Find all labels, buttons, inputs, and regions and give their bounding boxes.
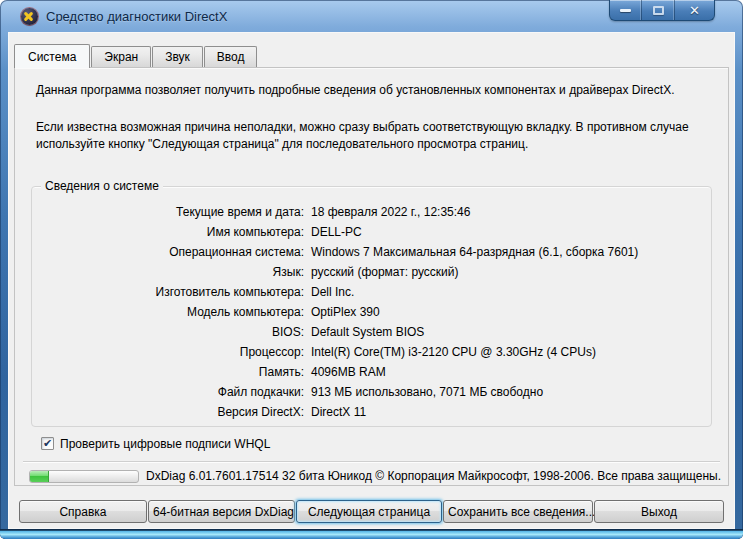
info-label: Версия DirectX: [32, 402, 304, 422]
info-row-datetime: Текущие время и дата: 18 февраля 2022 г.… [32, 202, 711, 222]
info-value: Default System BIOS [311, 322, 424, 342]
info-value: русский (формат: русский) [311, 262, 459, 282]
help-button[interactable]: Справка [19, 500, 147, 523]
info-label: Файл подкачки: [32, 382, 304, 402]
info-value: 4096MB RAM [311, 362, 386, 382]
scan-progress-fill [30, 471, 49, 482]
info-row-manufacturer: Изготовитель компьютера: Dell Inc. [32, 282, 711, 302]
tab-system[interactable]: Система [14, 44, 90, 68]
save-all-information-button[interactable]: Сохранить все сведения... [443, 500, 593, 523]
info-value: OptiPlex 390 [311, 302, 380, 322]
run-64bit-dxdiag-button[interactable]: 64-битная версия DxDiag [148, 500, 295, 523]
intro-paragraph-2: Если известна возможная причина неполадк… [36, 119, 707, 153]
info-row-memory: Память: 4096MB RAM [32, 362, 711, 382]
info-label: Память: [32, 362, 304, 382]
tab-strip: Система Экран Звук Ввод [8, 44, 735, 67]
whql-checkbox-label: Проверить цифровые подписи WHQL [60, 437, 270, 451]
version-copyright-text: DxDiag 6.01.7601.17514 32 бита Юникод © … [139, 469, 721, 483]
info-value: Intel(R) Core(TM) i3-2120 CPU @ 3.30GHz … [311, 342, 596, 362]
directx-app-icon [21, 8, 38, 25]
close-button[interactable]: ✕ [675, 0, 714, 20]
info-label: Имя компьютера: [32, 222, 304, 242]
tab-sound[interactable]: Звук [152, 46, 203, 67]
info-row-model: Модель компьютера: OptiPlex 390 [32, 302, 711, 322]
info-label: Модель компьютера: [32, 302, 304, 322]
info-row-processor: Процессор: Intel(R) Core(TM) i3-2120 CPU… [32, 342, 711, 362]
info-label: Изготовитель компьютера: [32, 282, 304, 302]
info-label: BIOS: [32, 322, 304, 342]
tab-display[interactable]: Экран [91, 46, 151, 67]
info-value: DirectX 11 [311, 402, 366, 422]
info-row-os: Операционная система: Windows 7 Максимал… [32, 242, 711, 262]
minimize-icon [620, 9, 631, 12]
whql-checkbox[interactable]: ✔ [41, 437, 54, 450]
info-label: Процессор: [32, 342, 304, 362]
window-bottom-edge [0, 529, 743, 539]
info-value: 18 февраля 2022 г., 12:35:46 [311, 202, 470, 222]
dxdiag-window: Средство диагностики DirectX ✕ Система Э… [0, 0, 743, 539]
status-row: DxDiag 6.01.7601.17514 32 бита Юникод © … [15, 463, 728, 483]
info-value: Dell Inc. [311, 282, 354, 302]
dialog-buttons: Справка 64-битная версия DxDiag Следующа… [19, 500, 724, 523]
window-controls: ✕ [609, 0, 715, 21]
info-label: Операционная система: [32, 242, 304, 262]
info-row-computer-name: Имя компьютера: DELL-PC [32, 222, 711, 242]
whql-check-row: ✔ Проверить цифровые подписи WHQL [41, 436, 728, 451]
info-row-pagefile: Файл подкачки: 913 МБ использовано, 7071… [32, 382, 711, 402]
tab-input[interactable]: Ввод [204, 46, 258, 67]
scan-progress-bar [29, 470, 139, 483]
window-title: Средство диагностики DirectX [46, 9, 227, 24]
info-row-language: Язык: русский (формат: русский) [32, 262, 711, 282]
dialog-client-area: Система Экран Звук Ввод Данная программа… [8, 32, 735, 529]
exit-button[interactable]: Выход [594, 500, 724, 523]
info-value: Windows 7 Максимальная 64-разрядная (6.1… [311, 242, 638, 262]
minimize-button[interactable] [610, 0, 642, 20]
groupbox-title: Сведения о системе [41, 179, 163, 193]
system-info-groupbox: Сведения о системе Текущие время и дата:… [31, 186, 712, 427]
intro-paragraph-1: Данная программа позволяет получить подр… [36, 82, 707, 98]
maximize-icon [653, 6, 664, 15]
info-label: Текущие время и дата: [32, 202, 304, 222]
info-row-bios: BIOS: Default System BIOS [32, 322, 711, 342]
close-icon: ✕ [689, 4, 700, 17]
info-value: DELL-PC [311, 222, 362, 242]
info-value: 913 МБ использовано, 7071 МБ свободно [311, 382, 543, 402]
system-tab-page: Данная программа позволяет получить подр… [14, 67, 729, 486]
maximize-button[interactable] [642, 0, 674, 20]
next-page-button[interactable]: Следующая страница [296, 500, 442, 523]
info-label: Язык: [32, 262, 304, 282]
info-row-directx-version: Версия DirectX: DirectX 11 [32, 402, 711, 422]
